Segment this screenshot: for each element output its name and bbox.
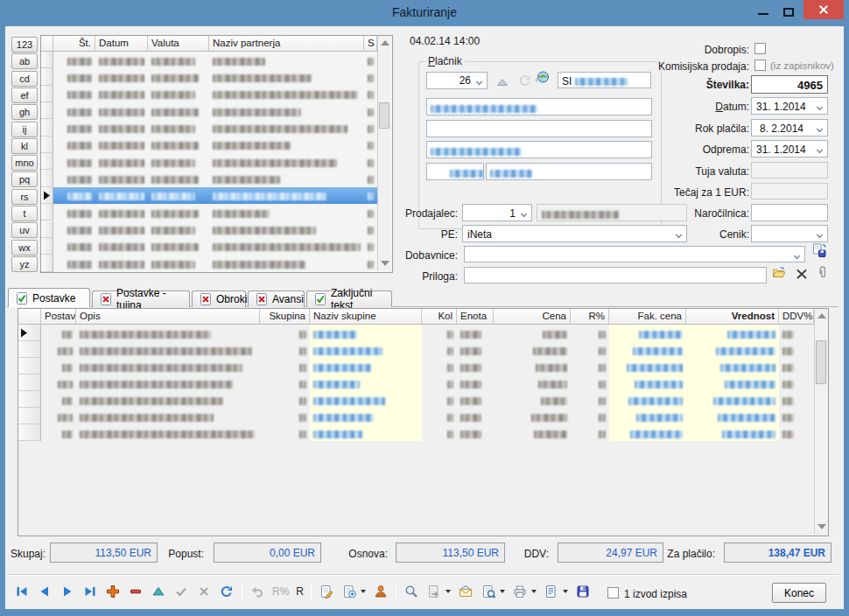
- column-header-datum[interactable]: Datum: [95, 36, 148, 52]
- partner-row[interactable]: [95, 255, 148, 271]
- item-row[interactable]: [422, 325, 457, 341]
- column-header-selector[interactable]: [18, 309, 41, 325]
- item-row[interactable]: [260, 358, 310, 374]
- partner-row[interactable]: [95, 204, 148, 220]
- partner-row[interactable]: [95, 170, 148, 186]
- pe-combobox[interactable]: iNeta: [462, 225, 687, 242]
- partner-row[interactable]: [364, 187, 377, 204]
- narocilnica-input[interactable]: [751, 204, 828, 221]
- partner-row[interactable]: [364, 153, 377, 170]
- partner-row[interactable]: [148, 204, 209, 220]
- item-row[interactable]: [422, 408, 457, 424]
- alphabet-button-gh[interactable]: gh: [11, 104, 38, 120]
- item-row[interactable]: [686, 374, 779, 391]
- web-lookup-icon[interactable]: [536, 70, 550, 84]
- item-row[interactable]: [686, 391, 779, 408]
- remove-attachment-icon[interactable]: [795, 267, 809, 281]
- partner-row[interactable]: [53, 153, 95, 170]
- alphabet-button-cd[interactable]: cd: [11, 71, 38, 87]
- partner-icon[interactable]: [373, 584, 389, 599]
- partner-row[interactable]: [364, 119, 377, 136]
- copy-document-icon[interactable]: [341, 584, 357, 599]
- item-row[interactable]: [422, 374, 457, 391]
- first-record-icon[interactable]: [14, 584, 30, 599]
- alphabet-button-rs[interactable]: rs: [11, 189, 38, 205]
- tab-avansi[interactable]: Avansi: [248, 290, 305, 307]
- item-row[interactable]: [457, 358, 494, 374]
- item-row[interactable]: [41, 325, 76, 341]
- payer-street-field[interactable]: [426, 141, 652, 158]
- edit-document-icon[interactable]: [319, 584, 334, 599]
- column-header-fak-cena[interactable]: Fak. cena: [609, 309, 686, 325]
- cenik-combobox[interactable]: [751, 225, 828, 242]
- row-indicator[interactable]: [18, 424, 41, 441]
- dobavnice-combobox[interactable]: [464, 246, 805, 262]
- copy-document-dropdown-icon[interactable]: [361, 590, 366, 593]
- item-row[interactable]: [310, 408, 422, 424]
- column-header-s[interactable]: S: [364, 36, 377, 52]
- item-row[interactable]: [310, 374, 422, 391]
- item-row[interactable]: [260, 341, 310, 358]
- row-indicator[interactable]: [41, 187, 53, 204]
- tab-obroki[interactable]: Obroki: [192, 290, 246, 307]
- partner-row[interactable]: [209, 52, 364, 68]
- copies-checkbox[interactable]: [607, 587, 619, 598]
- scroll-up-icon[interactable]: [817, 313, 826, 318]
- item-row[interactable]: [779, 325, 814, 341]
- partner-row[interactable]: [53, 221, 95, 238]
- item-row[interactable]: [609, 408, 686, 424]
- alphabet-button-ef[interactable]: ef: [11, 88, 38, 103]
- partner-row[interactable]: [53, 255, 95, 271]
- edit-record-icon[interactable]: [151, 584, 166, 599]
- column-header-ddv-[interactable]: DDV%: [779, 309, 814, 325]
- partner-row[interactable]: [95, 86, 148, 102]
- partner-row[interactable]: [53, 68, 95, 85]
- column-header-skupina[interactable]: Skupina: [260, 309, 310, 325]
- column-header-valuta[interactable]: Valuta: [148, 36, 209, 52]
- partner-row[interactable]: [53, 170, 95, 186]
- row-indicator[interactable]: [41, 204, 53, 220]
- item-row[interactable]: [422, 424, 457, 441]
- alphabet-button-kl[interactable]: kl: [11, 138, 38, 154]
- report-icon[interactable]: [544, 584, 559, 599]
- item-row[interactable]: [609, 391, 686, 408]
- paperclip-icon[interactable]: [816, 265, 830, 279]
- item-row[interactable]: [457, 374, 494, 391]
- item-row[interactable]: [41, 341, 76, 358]
- column-header-vrednost[interactable]: Vrednost: [686, 309, 779, 325]
- item-row[interactable]: [609, 341, 686, 358]
- row-indicator[interactable]: [41, 102, 53, 119]
- item-row[interactable]: [494, 341, 571, 358]
- report-dropdown-icon[interactable]: [563, 590, 568, 593]
- refresh-icon[interactable]: [219, 584, 235, 599]
- partner-row[interactable]: [95, 187, 148, 204]
- column-header-naziv-partnerja[interactable]: Naziv partnerja: [209, 36, 364, 52]
- item-row[interactable]: [310, 424, 422, 441]
- partner-row[interactable]: [209, 238, 364, 255]
- partner-row[interactable]: [209, 136, 364, 153]
- row-indicator[interactable]: [41, 238, 53, 255]
- item-row[interactable]: [779, 408, 814, 424]
- partner-row[interactable]: [364, 102, 377, 119]
- item-row[interactable]: [494, 374, 571, 391]
- item-row[interactable]: [609, 358, 686, 374]
- item-row[interactable]: [76, 408, 260, 424]
- partner-row[interactable]: [95, 119, 148, 136]
- partner-row[interactable]: [95, 136, 148, 153]
- partner-row[interactable]: [209, 170, 364, 186]
- item-row[interactable]: [494, 325, 571, 341]
- column-header-naziv-skupine[interactable]: Naziv skupine: [310, 309, 422, 325]
- column-header--t-[interactable]: Št.: [53, 36, 95, 52]
- item-row[interactable]: [310, 325, 422, 341]
- item-row[interactable]: [76, 358, 260, 374]
- row-indicator[interactable]: [41, 86, 53, 102]
- prior-record-icon[interactable]: [37, 584, 53, 599]
- tab-postavke-tujina[interactable]: Postavke - tujina: [92, 290, 190, 307]
- last-record-icon[interactable]: [82, 584, 98, 599]
- payer-postcode-field[interactable]: [426, 163, 484, 180]
- export-icon[interactable]: [426, 584, 442, 599]
- alphabet-button-ab[interactable]: ab: [11, 53, 38, 69]
- rabat-percent-button[interactable]: R%: [272, 585, 289, 598]
- payer-code-combobox[interactable]: 26: [426, 72, 488, 89]
- item-row[interactable]: [609, 374, 686, 391]
